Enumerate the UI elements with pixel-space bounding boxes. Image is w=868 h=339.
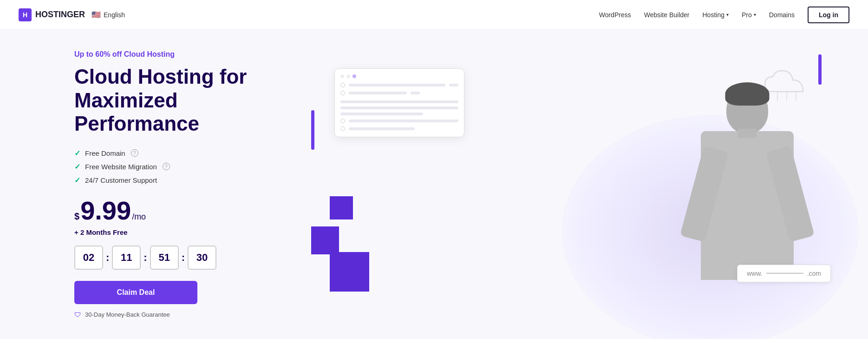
nav-links: WordPress Website Builder Hosting ▾ Pro …: [599, 7, 849, 23]
check-icon: ✓: [74, 149, 80, 158]
decoration-bar-1: [311, 110, 314, 150]
domain-com: .com: [807, 270, 821, 277]
browser-row: [340, 126, 458, 131]
countdown-hours: 02: [74, 246, 103, 270]
check-icon: ✓: [74, 162, 80, 171]
price-per-month: /mo: [132, 212, 146, 222]
info-icon[interactable]: ?: [131, 149, 138, 157]
months-free: + 2 Months Free: [74, 228, 307, 236]
domain-bar: www. .com: [737, 265, 831, 282]
row-line: [349, 120, 458, 122]
hero-title: Cloud Hosting for Maximized Performance: [74, 65, 307, 136]
nav-pro[interactable]: Pro ▾: [742, 11, 756, 19]
promo-percent: 60%: [95, 50, 110, 58]
nav-website-builder[interactable]: Website Builder: [644, 11, 690, 19]
countdown-milliseconds: 30: [188, 246, 216, 270]
decoration-square-3: [330, 196, 353, 219]
colon-separator: :: [144, 252, 147, 264]
browser-line: [340, 100, 458, 103]
browser-row: [340, 91, 458, 95]
countdown-minutes: 11: [112, 246, 141, 270]
dot-blue: [352, 74, 356, 78]
person-illustration: [664, 73, 831, 296]
feature-free-domain: ✓ Free Domain ?: [74, 149, 307, 158]
feature-migration: ✓ Free Website Migration ?: [74, 162, 307, 171]
logo: H HOSTINGER: [19, 8, 85, 21]
row-line: [349, 84, 445, 86]
hero-section: Up to 60% off Cloud Hosting Cloud Hostin…: [0, 30, 868, 339]
row-circle: [340, 126, 345, 131]
price-main: 9.99: [80, 198, 131, 224]
domain-www: www.: [747, 270, 762, 277]
language-label: English: [104, 11, 125, 19]
dot-green: [346, 74, 350, 78]
nav-hosting[interactable]: Hosting ▾: [702, 11, 728, 19]
features-list: ✓ Free Domain ? ✓ Free Website Migration…: [74, 149, 307, 185]
browser-row: [340, 119, 458, 123]
promo-text: Up to 60% off Cloud Hosting: [74, 50, 307, 59]
decoration-square-1: [330, 252, 369, 292]
logo-text: HOSTINGER: [35, 10, 85, 20]
price-dollar: $: [74, 211, 79, 222]
browser-content: [340, 83, 458, 131]
decoration-square-2: [311, 226, 339, 254]
browser-dots: [340, 74, 458, 78]
flag-icon: 🇺🇸: [91, 10, 101, 19]
row-circle: [340, 91, 345, 95]
row-tag: [411, 92, 420, 94]
colon-separator: :: [106, 252, 109, 264]
colon-separator: :: [182, 252, 185, 264]
browser-row: [340, 83, 458, 87]
price-block: $ 9.99 /mo: [74, 198, 307, 224]
claim-deal-button[interactable]: Claim Deal: [74, 281, 197, 304]
row-tag: [449, 84, 458, 86]
hero-content: Up to 60% off Cloud Hosting Cloud Hostin…: [74, 50, 307, 319]
feature-support: ✓ 24/7 Customer Support: [74, 176, 307, 185]
logo-icon: H: [19, 8, 32, 21]
chevron-down-icon: ▾: [726, 12, 729, 17]
language-selector[interactable]: 🇺🇸 English: [91, 10, 125, 19]
shield-icon: 🛡: [74, 311, 81, 319]
nav-wordpress[interactable]: WordPress: [599, 11, 631, 19]
browser-line: [340, 113, 423, 115]
browser-line: [340, 106, 458, 109]
check-icon: ✓: [74, 176, 80, 185]
nav-domains[interactable]: Domains: [769, 11, 795, 19]
dot-red: [340, 74, 344, 78]
row-line: [349, 92, 407, 94]
login-button[interactable]: Log in: [808, 7, 849, 23]
browser-mockup: [334, 68, 464, 137]
countdown-timer: 02 : 11 : 51 : 30: [74, 246, 307, 270]
chevron-down-icon: ▾: [754, 12, 756, 17]
hero-illustration: www. .com: [307, 50, 831, 319]
countdown-seconds: 51: [150, 246, 179, 270]
row-circle: [340, 83, 345, 87]
navbar: H HOSTINGER 🇺🇸 English WordPress Website…: [0, 0, 868, 30]
row-circle: [340, 119, 345, 123]
guarantee-text: 🛡 30-Day Money-Back Guarantee: [74, 311, 307, 319]
domain-input-line: [766, 273, 803, 273]
row-line: [349, 127, 415, 130]
info-icon[interactable]: ?: [163, 163, 170, 170]
